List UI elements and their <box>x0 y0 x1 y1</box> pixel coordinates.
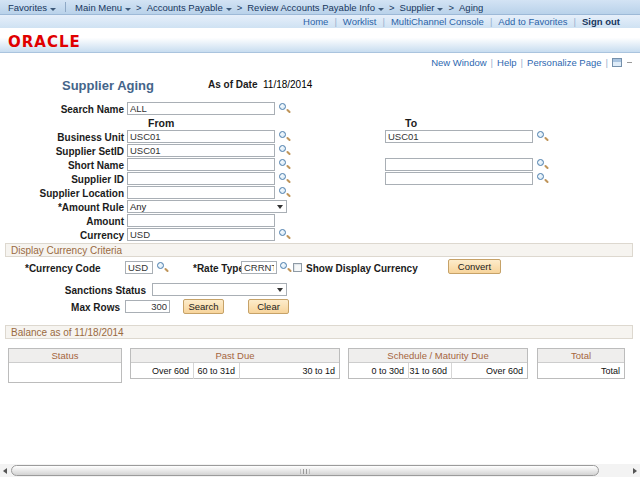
supplier-location-label: Supplier Location <box>0 188 124 199</box>
page-title: Supplier Aging <box>62 78 154 93</box>
personalize-page-link[interactable]: Personalize Page <box>527 57 601 68</box>
amount-rule-select[interactable]: Any <box>127 200 287 213</box>
utility-links: Home | Worklist | MultiChannel Console |… <box>0 15 640 28</box>
horizontal-scrollbar[interactable] <box>0 464 640 477</box>
chevron-down-icon <box>125 8 131 11</box>
divider: | <box>606 57 608 68</box>
crumb-accounts-payable[interactable]: Accounts Payable <box>147 2 232 13</box>
currency-lookup-icon[interactable] <box>279 229 290 240</box>
past-due-col-over-60d: Over 60d <box>131 363 193 379</box>
multichannel-console-link[interactable]: MultiChannel Console <box>391 16 484 27</box>
supplier-setid-lookup-icon[interactable] <box>279 145 290 156</box>
supplier-id-from-lookup-icon[interactable] <box>279 173 290 184</box>
header-band: ORACLE <box>0 28 640 53</box>
business-unit-to-lookup-icon[interactable] <box>537 131 548 142</box>
past-due-column-header: Past Due <box>131 349 339 363</box>
worklist-link[interactable]: Worklist <box>343 16 377 27</box>
past-due-col-60-to-31d: 60 to 31d <box>193 363 239 379</box>
crumb-aging[interactable]: Aging <box>459 2 483 13</box>
crumb-review-ap-info[interactable]: Review Accounts Payable Info <box>247 2 384 13</box>
show-display-currency-checkbox[interactable] <box>293 263 302 272</box>
chevron-down-icon <box>50 8 56 11</box>
short-name-to-input[interactable] <box>385 158 533 171</box>
new-window-link[interactable]: New Window <box>431 57 486 68</box>
amount-rule-label: *Amount Rule <box>0 202 124 213</box>
short-name-to-lookup-icon[interactable] <box>537 159 548 170</box>
crumb-supplier[interactable]: Supplier <box>400 2 444 13</box>
business-unit-to-input[interactable] <box>385 130 533 143</box>
divider <box>65 2 66 12</box>
supplier-id-from-input[interactable] <box>127 172 275 185</box>
supplier-id-label: Supplier ID <box>0 174 124 185</box>
supplier-location-lookup-icon[interactable] <box>279 187 290 198</box>
balance-section-header: Balance as of 11/18/2014 <box>5 325 633 339</box>
supplier-id-to-input[interactable] <box>385 172 533 185</box>
supplier-id-to-lookup-icon[interactable] <box>537 173 548 184</box>
scroll-left-arrow[interactable] <box>0 464 10 477</box>
breadcrumb: Favorites Main Menu > Accounts Payable >… <box>0 0 640 15</box>
business-unit-from-lookup-icon[interactable] <box>279 131 290 142</box>
short-name-from-input[interactable] <box>127 158 275 171</box>
to-header: To <box>405 117 417 129</box>
search-name-label: Search Name <box>0 104 124 115</box>
breadcrumb-separator: > <box>237 2 243 13</box>
page-links: New Window | Help | Personalize Page | <box>427 57 632 68</box>
edge-dash <box>627 62 632 63</box>
schedule-col-31-to-60d: 31 to 60d <box>408 363 451 379</box>
schedule-maturity-group: Schedule / Maturity Due 0 to 30d 31 to 6… <box>348 348 528 379</box>
help-link[interactable]: Help <box>497 57 517 68</box>
favorites-menu[interactable]: Favorites <box>8 2 56 13</box>
total-column-header: Total <box>538 349 624 363</box>
total-group: Total Total <box>537 348 625 379</box>
status-group: Status <box>8 348 122 383</box>
scrollbar-thumb[interactable] <box>11 465 599 476</box>
show-display-currency-label: Show Display Currency <box>306 263 418 274</box>
short-name-from-lookup-icon[interactable] <box>279 159 290 170</box>
search-name-lookup-icon[interactable] <box>279 103 290 114</box>
add-to-favorites-link[interactable]: Add to Favorites <box>498 16 567 27</box>
convert-button[interactable]: Convert <box>448 259 501 274</box>
total-col-label: Total <box>538 363 624 379</box>
breadcrumb-separator: > <box>136 2 142 13</box>
schedule-col-0-to-30d: 0 to 30d <box>349 363 408 379</box>
supplier-aging-screen: Favorites Main Menu > Accounts Payable >… <box>0 0 640 480</box>
supplier-location-input[interactable] <box>127 186 275 199</box>
currency-code-label: *Currency Code <box>25 263 101 274</box>
clear-button[interactable]: Clear <box>248 299 289 314</box>
window-layout-icon[interactable] <box>612 58 622 67</box>
business-unit-label: Business Unit <box>0 132 124 143</box>
rate-type-label: *Rate Type <box>193 263 244 274</box>
currency-code-input[interactable] <box>125 261 153 274</box>
sign-out-link[interactable]: Sign out <box>582 16 620 27</box>
status-column-header: Status <box>9 349 121 363</box>
supplier-setid-input[interactable] <box>127 144 275 157</box>
scroll-right-arrow[interactable] <box>630 464 640 477</box>
amount-label: Amount <box>0 216 124 227</box>
dropdown-arrow-icon <box>277 288 283 292</box>
currency-label: Currency <box>0 230 124 241</box>
divider: | <box>334 16 336 27</box>
main-menu[interactable]: Main Menu <box>75 2 131 13</box>
rate-type-lookup-icon[interactable] <box>280 262 291 273</box>
max-rows-label: Max Rows <box>58 302 120 313</box>
supplier-setid-label: Supplier SetID <box>0 146 124 157</box>
currency-input[interactable] <box>127 228 275 241</box>
display-currency-section-header: Display Currency Criteria <box>5 243 633 257</box>
max-rows-input[interactable] <box>125 300 170 313</box>
business-unit-from-input[interactable] <box>127 130 275 143</box>
search-name-input[interactable] <box>127 102 275 115</box>
search-button[interactable]: Search <box>183 299 224 314</box>
amount-input[interactable] <box>127 214 275 227</box>
home-link[interactable]: Home <box>303 16 328 27</box>
sanctions-status-select[interactable] <box>152 283 287 296</box>
currency-code-lookup-icon[interactable] <box>157 262 168 273</box>
short-name-label: Short Name <box>0 160 124 171</box>
as-of-date-value: 11/18/2014 <box>263 79 312 90</box>
chevron-down-icon <box>226 8 232 11</box>
divider: | <box>574 16 576 27</box>
schedule-maturity-column-header: Schedule / Maturity Due <box>349 349 527 363</box>
rate-type-input[interactable] <box>241 261 277 274</box>
schedule-col-over-60d: Over 60d <box>451 363 527 379</box>
scrollbar-grip-icon <box>301 469 310 474</box>
divider: | <box>382 16 384 27</box>
